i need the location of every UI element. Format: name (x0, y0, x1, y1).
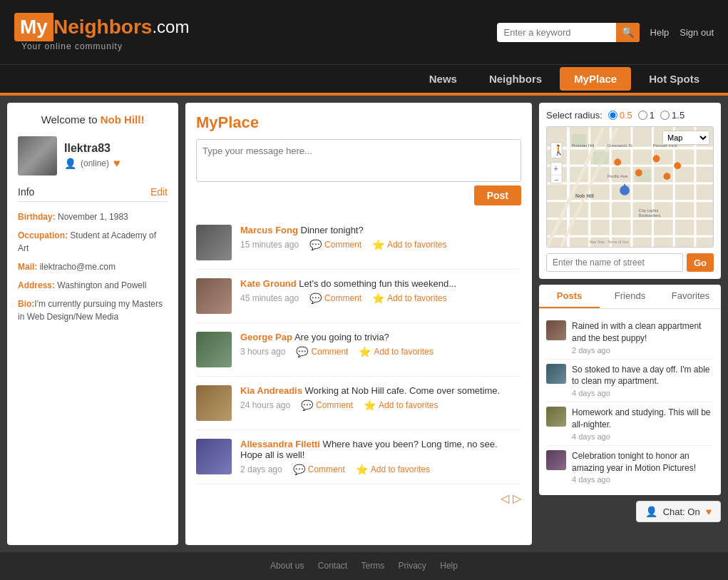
tab-content: Rained in with a clean appartment and th… (539, 309, 721, 495)
street-input[interactable] (546, 253, 683, 272)
avatar (18, 136, 57, 175)
search-box: 🔍 (497, 23, 640, 42)
svg-text:−: − (554, 175, 558, 184)
footer: About us Contact Terms Privacy Help (0, 552, 728, 579)
help-link[interactable]: Help (650, 27, 670, 38)
post-text: Dinner tonight? (301, 225, 364, 235)
right-panel: Select radius: 0.5 1 1.5 (539, 103, 721, 545)
logo-tagline: Your online community (21, 41, 189, 51)
radius-1.5[interactable]: 1.5 (660, 110, 685, 121)
logo-my: My (14, 13, 53, 41)
radius-row: Select radius: 0.5 1 1.5 (546, 110, 714, 121)
tabs-section: Posts Friends Favorites Rained in with a… (539, 285, 721, 495)
profile-section: Ilektra83 👤 (online) ♥ (18, 136, 168, 175)
mail-info: Mail: ilektracho@me.com (18, 260, 168, 273)
footer-privacy[interactable]: Privacy (399, 561, 426, 571)
tab-post-item: Celebration tonight to honor an amazing … (546, 446, 714, 489)
tab-friends[interactable]: Friends (600, 285, 660, 308)
tab-headers: Posts Friends Favorites (539, 285, 721, 309)
nav-hotspots[interactable]: Hot Spots (635, 67, 714, 91)
comment-action[interactable]: 💬Comment (309, 239, 362, 250)
comment-action[interactable]: 💬Comment (296, 346, 348, 357)
radius-1[interactable]: 1 (638, 110, 655, 121)
tab-post-text: So stoked to have a day off. I'm able to… (572, 364, 714, 388)
address-info: Address: Washington and Powell (18, 279, 168, 292)
comment-action[interactable]: 💬Comment (309, 292, 362, 304)
search-button[interactable]: 🔍 (616, 23, 640, 42)
star-icon: ⭐ (372, 292, 384, 304)
post-text: Let's do something fun this weekend... (299, 278, 456, 289)
svg-text:Booksellers: Booksellers (639, 213, 661, 218)
tab-post-avatar (546, 407, 566, 427)
go-button[interactable]: Go (687, 253, 714, 272)
nav-neighbors[interactable]: Neighbors (475, 67, 556, 91)
occupation-label: Occupation: (18, 230, 68, 240)
mail-label: Mail: (18, 262, 37, 272)
comment-icon: 💬 (293, 464, 305, 475)
post-avatar (196, 225, 232, 260)
tab-post-avatar (546, 364, 566, 384)
bio-value: I'm currently pursuing my Masters in Web… (18, 299, 163, 322)
signout-link[interactable]: Sign out (680, 27, 714, 38)
favorite-action[interactable]: ⭐Add to favorites (356, 464, 430, 475)
nav-myplace[interactable]: MyPlace (560, 67, 631, 91)
header: MyNeighbors.com Your online community 🔍 … (0, 0, 728, 64)
post-time: 2 days ago (240, 464, 282, 474)
logo-text: MyNeighbors.com (14, 13, 189, 41)
map-svg: Russian Hill Greenwich St Pioneer Park P… (547, 127, 713, 247)
tab-post-text: Homework and studying. This will be all-… (572, 407, 714, 431)
radius-label: Select radius: (546, 110, 603, 121)
tab-post-time: 4 days ago (572, 432, 714, 441)
post-content: Kia Andreadis Working at Nob Hill cafe. … (240, 385, 521, 421)
post-button[interactable]: Post (474, 185, 521, 205)
svg-text:🚶: 🚶 (553, 144, 565, 156)
favorite-action[interactable]: ⭐Add to favorites (372, 292, 446, 304)
svg-text:Nob Hill: Nob Hill (575, 193, 594, 198)
post-content: Allessandra Filetti Where have you been?… (240, 439, 521, 475)
post-meta: 3 hours ago 💬Comment ⭐Add to favorites (240, 346, 521, 357)
tab-favorites[interactable]: Favorites (660, 285, 721, 308)
post-item: Marcus Fong Dinner tonight? 15 minutes a… (196, 216, 521, 270)
svg-text:Map Data · Terms of Use: Map Data · Terms of Use (590, 240, 629, 244)
footer-terms[interactable]: Terms (362, 561, 385, 571)
post-content: Kate Ground Let's do something fun this … (240, 278, 521, 314)
tab-post-text: Rained in with a clean appartment and th… (572, 320, 714, 345)
footer-help[interactable]: Help (440, 561, 458, 571)
tab-post-item: So stoked to have a day off. I'm able to… (546, 360, 714, 403)
footer-contact[interactable]: Contact (318, 561, 347, 571)
footer-about[interactable]: About us (270, 561, 304, 571)
post-content: Marcus Fong Dinner tonight? 15 minutes a… (240, 225, 521, 260)
nav-news[interactable]: News (415, 67, 471, 91)
tab-post-body: Rained in with a clean appartment and th… (572, 320, 714, 355)
star-icon: ⭐ (372, 239, 384, 250)
next-page-button[interactable]: ▷ (513, 492, 521, 505)
svg-text:Russian Hill: Russian Hill (572, 143, 594, 148)
favorite-action[interactable]: ⭐Add to favorites (364, 400, 438, 411)
username: Ilektra83 (64, 142, 121, 155)
street-input-row: Go (546, 253, 714, 272)
logo-neighbors: Neighbors (53, 16, 152, 39)
map-type-dropdown[interactable]: Map Satellite Hybrid (662, 131, 709, 145)
favorite-action[interactable]: ⭐Add to favorites (372, 239, 446, 250)
post-meta: 15 minutes ago 💬Comment ⭐Add to favorite… (240, 239, 521, 250)
tab-post-body: Homework and studying. This will be all-… (572, 407, 714, 441)
comment-icon: 💬 (309, 292, 322, 304)
prev-page-button[interactable]: ◁ (501, 492, 509, 505)
info-label: Info (18, 186, 34, 198)
favorite-action[interactable]: ⭐Add to favorites (359, 346, 433, 357)
comment-action[interactable]: 💬Comment (293, 464, 345, 475)
radius-0.5[interactable]: 0.5 (608, 110, 632, 121)
map-type-select[interactable]: Map Satellite Hybrid (662, 131, 709, 145)
tab-posts[interactable]: Posts (539, 285, 600, 308)
message-input[interactable] (196, 139, 521, 182)
svg-text:Pacific Ave: Pacific Ave (607, 174, 627, 178)
comment-icon: 💬 (301, 400, 313, 411)
address-label: Address: (18, 280, 55, 290)
edit-link[interactable]: Edit (150, 186, 168, 198)
comment-icon: 💬 (296, 346, 308, 357)
tab-post-item: Rained in with a clean appartment and th… (546, 316, 714, 360)
online-status: (online) (81, 158, 109, 168)
comment-action[interactable]: 💬Comment (301, 400, 353, 411)
chat-button[interactable]: 👤 Chat: On ♥ (636, 501, 721, 522)
post-author: George Pap (240, 332, 292, 342)
